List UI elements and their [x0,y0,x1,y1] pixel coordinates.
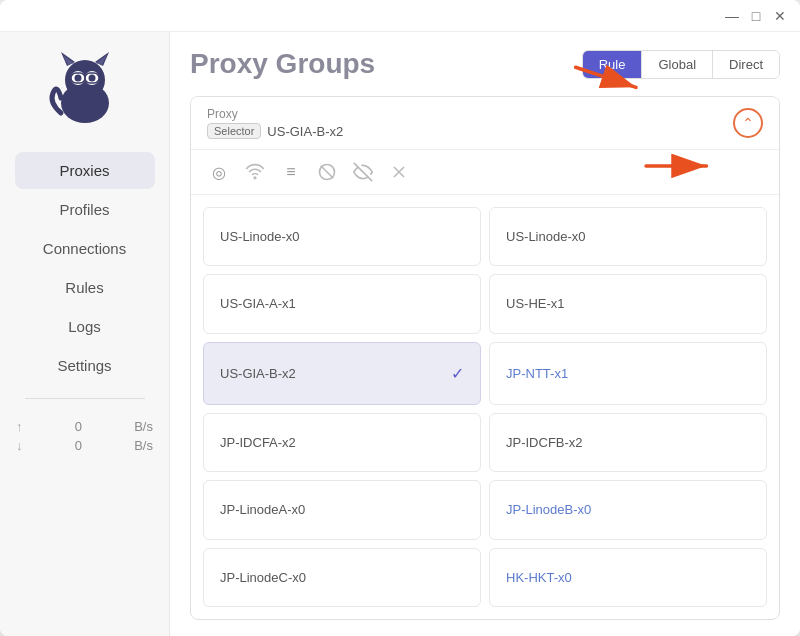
proxy-item-name: JP-NTT-x1 [506,366,568,381]
proxy-item-name: JP-LinodeB-x0 [506,502,591,517]
mode-direct-button[interactable]: Direct [713,51,779,78]
proxy-item[interactable]: US-GIA-B-x2✓ [203,342,481,405]
proxy-item[interactable]: JP-LinodeA-x0 [203,480,481,539]
svg-point-13 [254,177,256,179]
sidebar-nav: Proxies Profiles Connections Rules Logs … [0,152,169,636]
proxy-item[interactable]: US-GIA-A-x1 [203,274,481,333]
proxy-item-name: HK-HKT-x0 [506,570,572,585]
upload-arrow-icon: ↑ [16,419,23,434]
proxy-selector-row: Selector US-GIA-B-x2 [207,123,343,139]
proxy-item-name: US-HE-x1 [506,296,565,311]
wifi-filter-icon[interactable] [243,160,267,184]
download-stat: ↓ 0 B/s [16,438,153,453]
sidebar-item-connections[interactable]: Connections [15,230,155,267]
proxy-item[interactable]: JP-NTT-x1 [489,342,767,405]
proxy-item[interactable]: US-HE-x1 [489,274,767,333]
target-filter-icon[interactable]: ◎ [207,160,231,184]
minimize-button[interactable]: — [720,4,744,28]
sidebar-item-settings[interactable]: Settings [15,347,155,384]
upload-value: 0 [75,419,82,434]
download-arrow-icon: ↓ [16,438,23,453]
proxy-tag: Selector [207,123,261,139]
mode-rule-button[interactable]: Rule [583,51,643,78]
sidebar-divider [25,398,145,399]
proxy-info: Proxy Selector US-GIA-B-x2 [207,107,343,139]
titlebar: — □ ✕ [0,0,800,32]
proxy-item[interactable]: JP-LinodeB-x0 [489,480,767,539]
sidebar-item-profiles[interactable]: Profiles [15,191,155,228]
proxy-item-name: JP-IDCFB-x2 [506,435,583,450]
proxy-grid: US-Linode-x0US-Linode-x0US-GIA-A-x1US-HE… [191,195,779,619]
close-button[interactable]: ✕ [768,4,792,28]
upload-unit: B/s [134,419,153,434]
proxy-label: Proxy [207,107,343,121]
proxy-item[interactable]: JP-IDCFA-x2 [203,413,481,472]
filter-row: ◎ ≡ [191,150,779,195]
eye-off-filter-icon[interactable] [351,160,375,184]
app-logo [45,48,125,132]
upload-stat: ↑ 0 B/s [16,419,153,434]
proxy-panel-header: Proxy Selector US-GIA-B-x2 ⌃ [191,97,779,150]
check-icon: ✓ [451,364,464,383]
ban-filter-icon[interactable] [315,160,339,184]
svg-line-15 [321,166,334,179]
proxy-item-name: US-GIA-A-x1 [220,296,296,311]
sidebar-item-rules[interactable]: Rules [15,269,155,306]
main-layout: Proxies Profiles Connections Rules Logs … [0,32,800,636]
proxy-item-name: JP-IDCFA-x2 [220,435,296,450]
collapse-button[interactable]: ⌃ [733,108,763,138]
proxy-item-name: JP-LinodeA-x0 [220,502,305,517]
svg-point-12 [88,75,95,82]
content-header: Proxy Groups Rule Global Direct [190,48,780,80]
proxy-item-name: US-GIA-B-x2 [220,366,296,381]
proxy-item-name: JP-LinodeC-x0 [220,570,306,585]
list-filter-icon[interactable]: ≡ [279,160,303,184]
proxy-name: US-GIA-B-x2 [267,124,343,139]
proxy-panel: Proxy Selector US-GIA-B-x2 ⌃ ◎ [190,96,780,620]
proxy-item[interactable]: JP-LinodeC-x0 [203,548,481,607]
sidebar-item-proxies[interactable]: Proxies [15,152,155,189]
download-value: 0 [75,438,82,453]
download-unit: B/s [134,438,153,453]
main-content: Proxy Groups Rule Global Direct Proxy Se… [170,32,800,636]
proxy-item[interactable]: US-Linode-x0 [489,207,767,266]
sidebar-stats: ↑ 0 B/s ↓ 0 B/s [0,411,169,465]
proxy-item-name: US-Linode-x0 [506,229,586,244]
mode-global-button[interactable]: Global [642,51,713,78]
proxy-item-name: US-Linode-x0 [220,229,300,244]
sidebar-item-logs[interactable]: Logs [15,308,155,345]
chevron-up-icon: ⌃ [742,115,754,131]
sidebar: Proxies Profiles Connections Rules Logs … [0,32,170,636]
svg-point-11 [74,75,81,82]
maximize-button[interactable]: □ [744,4,768,28]
proxy-item[interactable]: JP-IDCFB-x2 [489,413,767,472]
proxy-item[interactable]: US-Linode-x0 [203,207,481,266]
x-filter-icon[interactable] [387,160,411,184]
main-window: — □ ✕ [0,0,800,636]
proxy-item[interactable]: HK-HKT-x0 [489,548,767,607]
page-title: Proxy Groups [190,48,375,80]
mode-buttons: Rule Global Direct [582,50,780,79]
